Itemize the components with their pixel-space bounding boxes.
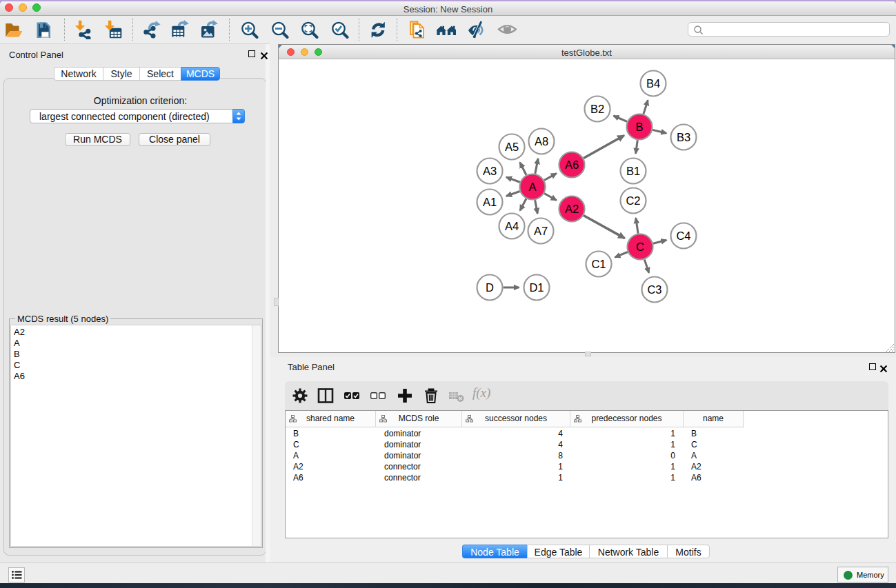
- svg-text:A7: A7: [534, 225, 548, 237]
- svg-text:C2: C2: [626, 194, 640, 207]
- svg-text:C1: C1: [591, 258, 606, 270]
- svg-text:A4: A4: [505, 220, 519, 232]
- svg-text:A2: A2: [565, 203, 579, 215]
- svg-text:D1: D1: [529, 281, 544, 294]
- svg-text:B1: B1: [626, 165, 640, 177]
- svg-text:A3: A3: [483, 165, 497, 177]
- svg-text:C3: C3: [647, 283, 661, 296]
- svg-text:A1: A1: [483, 196, 497, 208]
- svg-text:B3: B3: [677, 131, 690, 143]
- svg-text:A5: A5: [505, 141, 519, 153]
- svg-text:B2: B2: [590, 103, 604, 115]
- svg-text:B4: B4: [646, 77, 660, 90]
- svg-text:C4: C4: [676, 230, 690, 242]
- svg-text:A6: A6: [565, 159, 579, 171]
- svg-text:B: B: [635, 121, 643, 133]
- svg-text:C: C: [636, 241, 644, 253]
- svg-text:A: A: [528, 181, 536, 193]
- svg-text:D: D: [486, 281, 494, 294]
- svg-text:A8: A8: [535, 135, 548, 148]
